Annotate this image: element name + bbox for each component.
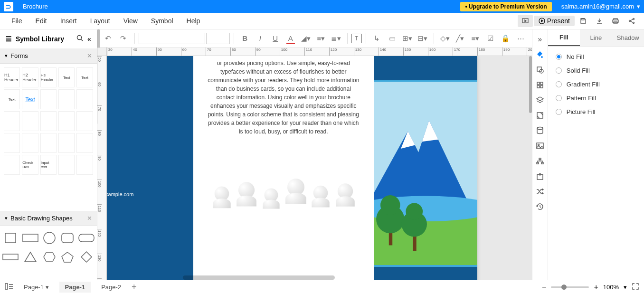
form-item[interactable]: Check Box [22, 155, 38, 175]
fill-option[interactable]: No Fill [556, 53, 636, 60]
shape-rounded-rect[interactable] [78, 230, 95, 246]
redo-icon[interactable]: ↷ [116, 32, 131, 45]
canvas-v-scrollbar[interactable] [529, 56, 532, 113]
page-tab-2[interactable]: Page-2 [95, 282, 127, 293]
form-item[interactable] [58, 89, 75, 109]
line-color-icon[interactable]: ╱▾ [453, 32, 467, 45]
form-item[interactable] [58, 133, 75, 153]
more-icon[interactable]: ⋯ [514, 32, 528, 45]
form-item[interactable] [58, 155, 75, 175]
zoom-dropdown-icon[interactable]: ▾ [624, 284, 627, 291]
close-icon[interactable]: ✕ [87, 215, 92, 222]
form-item[interactable] [4, 111, 20, 131]
line-style-icon[interactable]: ≡▾ [468, 32, 483, 45]
undo-icon[interactable]: ↶ [101, 32, 115, 45]
shape-hexagon[interactable] [42, 249, 57, 265]
fill-option[interactable]: Pattern Fill [556, 95, 636, 102]
download-icon[interactable] [592, 15, 607, 27]
form-item[interactable] [40, 89, 57, 109]
form-item[interactable] [22, 111, 38, 131]
shuffle-tool-icon[interactable] [532, 184, 548, 199]
indent-icon[interactable]: ≣▾ [329, 32, 343, 45]
font-family-select[interactable] [139, 33, 205, 44]
form-item[interactable] [40, 111, 57, 131]
highlight-icon[interactable]: ◢▾ [299, 32, 313, 45]
menu-insert[interactable]: Insert [54, 17, 84, 25]
page-tab-1[interactable]: Page-1 [59, 282, 91, 293]
fullscreen-icon[interactable] [632, 283, 639, 292]
italic-icon[interactable]: I [253, 32, 267, 45]
close-icon[interactable]: ✕ [87, 52, 92, 59]
form-item[interactable] [76, 111, 93, 131]
form-item[interactable]: Text [58, 67, 75, 87]
form-item[interactable] [40, 133, 57, 153]
align-objects-icon[interactable]: ⊟▾ [416, 32, 430, 45]
history-tool-icon[interactable] [532, 199, 548, 214]
brochure-page[interactable]: 555 5 @example.com or provides pricing o… [107, 56, 477, 280]
layers-tool-icon[interactable] [532, 93, 548, 107]
fill-color-icon[interactable]: ◇▾ [438, 32, 452, 45]
lock-icon[interactable]: 🔒 [499, 32, 513, 45]
form-item[interactable]: H2 Header [22, 67, 38, 87]
search-icon[interactable] [76, 35, 84, 43]
shape-circle[interactable] [42, 230, 57, 246]
fill-option[interactable]: Picture Fill [556, 108, 636, 115]
form-item[interactable] [58, 111, 75, 131]
frame-tool-icon[interactable] [532, 108, 548, 123]
form-item[interactable] [76, 155, 93, 175]
shape-pentagon[interactable] [60, 249, 75, 265]
menu-edit[interactable]: Edit [29, 17, 54, 25]
form-item[interactable] [4, 155, 20, 175]
data-tool-icon[interactable] [532, 123, 548, 138]
shape-rect-outline[interactable] [2, 249, 19, 265]
form-item[interactable]: H3 Header [40, 67, 57, 87]
shape-triangle[interactable] [22, 249, 39, 265]
group-icon[interactable]: ⊞▾ [400, 32, 415, 45]
upgrade-button[interactable]: • Upgrade to Premium Version [460, 2, 551, 11]
shape-diamond[interactable] [78, 249, 95, 265]
form-item[interactable]: Text [4, 89, 20, 109]
text-box-icon[interactable]: T [351, 34, 362, 43]
form-item[interactable] [76, 89, 93, 109]
page-selector[interactable]: Page-1 ▾ [18, 282, 55, 293]
bold-icon[interactable]: B [238, 32, 252, 45]
hierarchy-tool-icon[interactable] [532, 154, 548, 168]
menu-help[interactable]: Help [180, 17, 207, 25]
form-item[interactable]: Text [22, 89, 38, 109]
form-item[interactable] [4, 133, 20, 153]
effects-icon[interactable]: ☑ [483, 32, 498, 45]
underline-icon[interactable]: U [268, 32, 283, 45]
tab-line[interactable]: Line [580, 29, 612, 46]
shape-rectangle[interactable] [22, 230, 39, 246]
font-color-icon[interactable]: A [284, 32, 298, 45]
slideshow-icon[interactable] [518, 15, 533, 27]
user-menu[interactable]: salma.amin16@gmail.com ▾ [561, 3, 640, 10]
container-icon[interactable]: ▭ [385, 32, 399, 45]
form-item[interactable] [22, 133, 38, 153]
brochure-middle-panel[interactable]: or provides pricing options. Use simple,… [193, 56, 374, 280]
forms-panel-header[interactable]: ▾ Forms ✕ [0, 48, 97, 64]
brochure-left-panel[interactable]: 555 5 @example.com [107, 56, 193, 280]
expand-strip-icon[interactable]: » [532, 32, 548, 47]
align-icon[interactable]: ≡▾ [314, 32, 328, 45]
fill-option[interactable]: Gradient Fill [556, 81, 636, 88]
present-button[interactable]: Present [534, 16, 575, 26]
shape-tool-icon[interactable] [532, 63, 548, 77]
menu-file[interactable]: File [5, 17, 29, 25]
shapes-panel-header[interactable]: ▾ Basic Drawing Shapes ✕ [0, 211, 97, 226]
fill-option[interactable]: Solid Fill [556, 67, 636, 74]
shape-square[interactable] [2, 230, 19, 246]
grid-tool-icon[interactable] [532, 78, 548, 92]
brochure-right-panel[interactable] [374, 56, 477, 280]
collapse-sidebar-icon[interactable]: « [87, 35, 91, 43]
tab-shadow[interactable]: Shadow [612, 29, 644, 46]
connector-icon[interactable]: ↳ [370, 32, 384, 45]
form-item[interactable]: Text [76, 67, 93, 87]
canvas-h-scrollbar[interactable] [183, 275, 335, 280]
canvas-area[interactable]: 3040506070809010011012013014015016017018… [97, 47, 532, 280]
print-icon[interactable] [608, 15, 623, 27]
fill-tool-icon[interactable] [532, 47, 548, 62]
zoom-in-icon[interactable]: + [594, 283, 598, 292]
export-tool-icon[interactable] [532, 169, 548, 183]
form-item[interactable] [76, 133, 93, 153]
